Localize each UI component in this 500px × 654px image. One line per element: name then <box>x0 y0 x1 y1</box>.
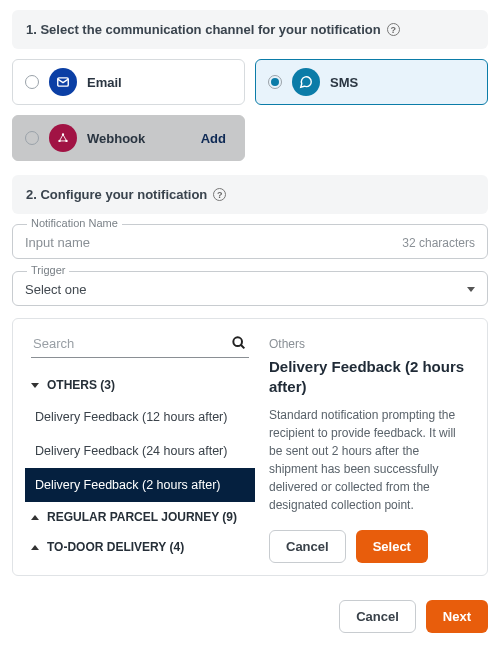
trigger-legend: Trigger <box>27 264 69 276</box>
channel-webhook-label: Webhook <box>87 131 191 146</box>
search-placeholder: Search <box>33 336 225 351</box>
detail-category: Others <box>269 337 471 351</box>
group-regular-parcel-label: REGULAR PARCEL JOURNEY (9) <box>47 510 237 524</box>
group-to-door[interactable]: TO-DOOR DELIVERY (4) <box>25 532 255 562</box>
chevron-down-icon <box>31 383 39 388</box>
step1-title: 1. Select the communication channel for … <box>26 22 381 37</box>
sms-icon <box>292 68 320 96</box>
channel-sms[interactable]: SMS <box>255 59 488 105</box>
chevron-down-icon <box>467 287 475 292</box>
step1-header: 1. Select the communication channel for … <box>12 10 488 49</box>
channel-webhook[interactable]: Webhook Add <box>12 115 245 161</box>
channel-email[interactable]: Email <box>12 59 245 105</box>
group-others[interactable]: OTHERS (3) <box>25 370 255 400</box>
detail-title: Delivery Feedback (2 hours after) <box>269 357 471 396</box>
svg-point-4 <box>233 337 242 346</box>
svg-line-5 <box>241 345 244 348</box>
step2-title: 2. Configure your notification <box>26 187 207 202</box>
detail-cancel-button[interactable]: Cancel <box>269 530 346 563</box>
detail-description: Standard notification prompting the reci… <box>269 406 471 514</box>
help-icon[interactable]: ? <box>213 188 226 201</box>
notification-name-legend: Notification Name <box>27 217 122 229</box>
char-count: 32 characters <box>402 236 475 250</box>
detail-select-button[interactable]: Select <box>356 530 428 563</box>
help-icon[interactable]: ? <box>387 23 400 36</box>
channel-sms-label: SMS <box>330 75 475 90</box>
option-delivery-feedback-12h[interactable]: Delivery Feedback (12 hours after) <box>25 400 255 434</box>
channel-email-label: Email <box>87 75 232 90</box>
notification-name-field[interactable]: Notification Name Input name 32 characte… <box>12 224 488 259</box>
option-delivery-feedback-2h[interactable]: Delivery Feedback (2 hours after) <box>25 468 255 502</box>
step2-header: 2. Configure your notification ? <box>12 175 488 214</box>
notification-name-input[interactable]: Input name <box>25 235 402 250</box>
next-button[interactable]: Next <box>426 600 488 633</box>
webhook-icon <box>49 124 77 152</box>
group-to-door-label: TO-DOOR DELIVERY (4) <box>47 540 184 554</box>
chevron-up-icon <box>31 515 39 520</box>
trigger-field[interactable]: Trigger Select one <box>12 271 488 306</box>
footer-actions: Cancel Next <box>0 600 500 633</box>
search-icon <box>231 335 247 351</box>
group-others-label: OTHERS (3) <box>47 378 115 392</box>
option-delivery-feedback-24h[interactable]: Delivery Feedback (24 hours after) <box>25 434 255 468</box>
add-webhook-link[interactable]: Add <box>201 131 226 146</box>
notification-config-panel: 1. Select the communication channel for … <box>0 0 500 600</box>
radio-email[interactable] <box>25 75 39 89</box>
trigger-select[interactable]: Select one <box>25 282 467 297</box>
email-icon <box>49 68 77 96</box>
trigger-detail-pane: Others Delivery Feedback (2 hours after)… <box>269 331 475 563</box>
chevron-up-icon <box>31 545 39 550</box>
cancel-button[interactable]: Cancel <box>339 600 416 633</box>
trigger-dropdown-panel: Search OTHERS (3) Delivery Feedback (12 … <box>12 318 488 576</box>
channel-options: Email SMS Webhook Add <box>12 59 488 161</box>
radio-webhook[interactable] <box>25 131 39 145</box>
radio-sms[interactable] <box>268 75 282 89</box>
trigger-option-list: Search OTHERS (3) Delivery Feedback (12 … <box>25 331 255 563</box>
detail-actions: Cancel Select <box>269 530 471 563</box>
search-input[interactable]: Search <box>31 331 249 358</box>
group-regular-parcel[interactable]: REGULAR PARCEL JOURNEY (9) <box>25 502 255 532</box>
